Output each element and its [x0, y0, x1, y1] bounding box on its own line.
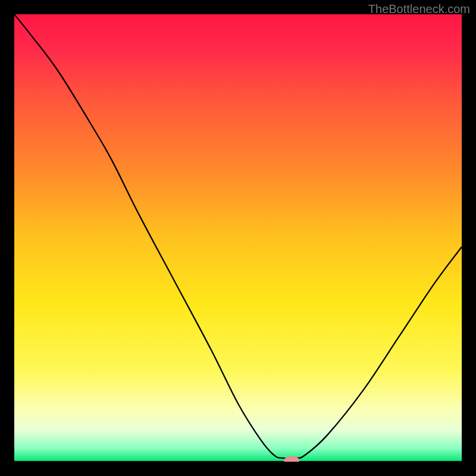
optimal-marker: [284, 456, 299, 465]
chart-container: TheBottleneck.com: [0, 0, 476, 476]
gradient-background: [14, 14, 462, 462]
chart-svg: [0, 0, 476, 476]
watermark-text: TheBottleneck.com: [368, 2, 470, 16]
